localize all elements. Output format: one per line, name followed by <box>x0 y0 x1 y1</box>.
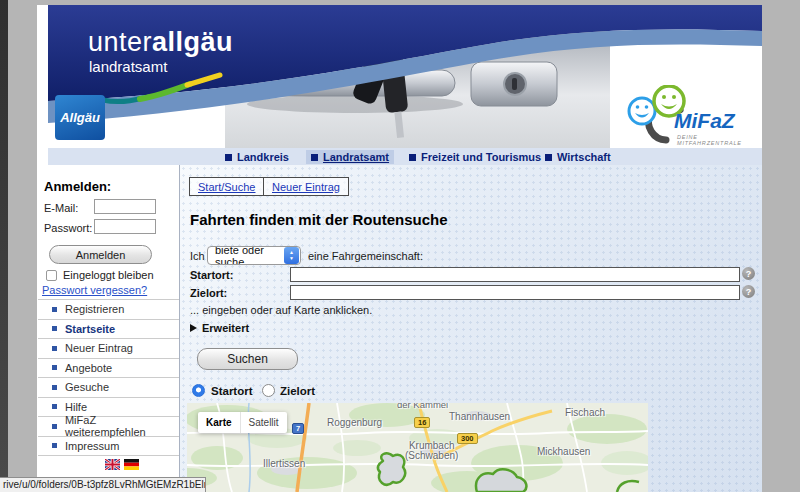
allgau-badge-label: Allgäu <box>60 110 100 125</box>
nav-item-landratsamt[interactable]: Landratsamt <box>306 150 394 164</box>
destination-input[interactable] <box>290 285 740 300</box>
nav-item-freizeit-tourismus[interactable]: Freizeit und Tourismus <box>404 150 546 164</box>
square-bullet-icon <box>52 365 57 370</box>
nav-label: Freizeit und Tourismus <box>421 151 541 163</box>
forgot-password-link[interactable]: Passwort vergessen? <box>42 284 147 296</box>
logo-title-thin: unter <box>88 27 152 57</box>
sidebar-item-startseite[interactable]: Startseite <box>38 320 179 340</box>
sidebar-item-label: Angebote <box>65 362 112 374</box>
map-label-roggenburg: Roggenburg <box>327 418 382 428</box>
stay-logged-in-checkbox[interactable] <box>46 270 57 281</box>
square-bullet-icon <box>545 154 552 161</box>
nav-item-landkreis[interactable]: Landkreis <box>220 150 294 164</box>
square-bullet-icon <box>311 154 318 161</box>
radio-startort-label: Startort <box>211 385 253 397</box>
mifaz-wordmark: MiFaZ <box>674 109 735 133</box>
email-field[interactable] <box>94 199 156 214</box>
route-map[interactable]: der Kammel Roggenburg Thannhausen Fischa… <box>187 403 648 492</box>
advanced-expander-label: Erweitert <box>202 322 249 334</box>
page-title: Fahrten finden mit der Routensuche <box>190 211 448 228</box>
password-label: Passwort: <box>44 222 92 234</box>
select-stepper-icon: ▲▼ <box>284 247 299 264</box>
radio-startort[interactable] <box>192 384 205 397</box>
map-label-fischach: Fischach <box>565 408 605 418</box>
square-bullet-icon <box>52 443 57 448</box>
sidebar: Anmelden: E-Mail: Passwort: Anmelden Ein… <box>37 165 180 492</box>
german-flag-icon[interactable] <box>124 459 139 470</box>
sentence-prefix: Ich <box>190 250 205 262</box>
main-navigation: Landkreis Landratsamt Freizeit und Touri… <box>48 148 762 165</box>
destination-label: Zielort: <box>190 287 227 299</box>
square-bullet-icon <box>52 404 57 409</box>
radio-zielort[interactable] <box>262 384 275 397</box>
sidebar-item-label: Registrieren <box>65 303 124 315</box>
square-bullet-icon <box>52 385 57 390</box>
email-label: E-Mail: <box>44 202 78 214</box>
tab-start-suche[interactable]: Start/Suche <box>189 177 264 196</box>
map-type-satellit[interactable]: Satellit <box>241 412 287 433</box>
square-bullet-icon <box>225 154 232 161</box>
road-shield-b300: 300 <box>457 433 478 444</box>
sidebar-item-label: Impressum <box>65 440 119 452</box>
square-bullet-icon <box>409 154 416 161</box>
sidebar-item-label: Gesuche <box>65 381 109 393</box>
webpage: unterallgäu landratsamt Allgäu MiFaZ DEI… <box>37 5 762 492</box>
start-input[interactable] <box>290 267 740 282</box>
browser-status-url: rive/u/0/folders/0B-t3pfz8LvRhMGtEMzR1bE… <box>0 477 206 492</box>
mode-select[interactable]: biete oder suche ▲▼ <box>207 246 301 265</box>
nav-label: Landkreis <box>237 151 289 163</box>
map-label-illertissen: Illertissen <box>263 459 305 469</box>
map-type-karte[interactable]: Karte <box>198 412 240 433</box>
sidebar-item-gesuche[interactable]: Gesuche <box>38 378 179 398</box>
language-switcher <box>105 459 139 470</box>
sidebar-item-label: Startseite <box>65 323 115 335</box>
sidebar-item-impressum[interactable]: Impressum <box>38 437 179 457</box>
password-field[interactable] <box>94 219 156 234</box>
sidebar-item-angebote[interactable]: Angebote <box>38 359 179 379</box>
square-bullet-icon <box>52 307 57 312</box>
road-shield-b16: 16 <box>414 417 430 428</box>
login-button-label: Anmelden <box>76 249 126 261</box>
sidebar-item-mifaz-weiterempfehlen[interactable]: MiFaZ weiterempfehlen <box>38 417 179 437</box>
logo-title-bold: allgäu <box>152 27 233 57</box>
tab-label: Neuer Eintrag <box>272 181 340 193</box>
login-title: Anmelden: <box>44 179 111 194</box>
road-shield-a7: 7 <box>292 423 304 434</box>
square-bullet-icon <box>52 326 57 331</box>
sentence-suffix: eine Fahrgemeinschaft: <box>308 250 423 262</box>
map-label-krumbach: Krumbach (Schwaben) <box>405 441 458 461</box>
browser-viewport: unterallgäu landratsamt Allgäu MiFaZ DEI… <box>0 0 800 492</box>
mifaz-tagline: DEINE MITFAHRZENTRALE <box>677 134 757 146</box>
login-button[interactable]: Anmelden <box>49 245 152 264</box>
radio-zielort-label: Zielort <box>280 385 315 397</box>
tab-neuer-eintrag[interactable]: Neuer Eintrag <box>263 177 349 196</box>
square-bullet-icon <box>52 346 57 351</box>
help-icon[interactable]: ? <box>742 267 755 280</box>
sidebar-item-label: Neuer Eintrag <box>65 342 133 354</box>
map-label-der-kammel: der Kammel <box>397 403 448 410</box>
help-icon[interactable]: ? <box>742 285 755 298</box>
sidebar-item-label: Hilfe <box>65 401 87 413</box>
uk-flag-icon[interactable] <box>105 459 120 470</box>
tab-label: Start/Suche <box>198 181 255 193</box>
nav-item-wirtschaft[interactable]: Wirtschaft <box>540 150 616 164</box>
mifaz-logo[interactable]: MiFaZ DEINE MITFAHRZENTRALE <box>620 85 757 148</box>
nav-label: Wirtschaft <box>557 151 611 163</box>
nav-label: Landratsamt <box>323 151 389 163</box>
map-label-mickhausen: Mickhausen <box>537 447 590 457</box>
sidebar-item-neuer-eintrag[interactable]: Neuer Eintrag <box>38 339 179 359</box>
blue-smiley-icon <box>629 98 655 124</box>
sidebar-menu: Registrieren Startseite Neuer Eintrag An… <box>38 299 179 456</box>
right-triangle-icon <box>190 324 197 332</box>
sidebar-item-registrieren[interactable]: Registrieren <box>38 300 179 320</box>
advanced-expander[interactable]: Erweitert <box>190 322 249 334</box>
sidebar-item-label: MiFaZ weiterempfehlen <box>65 414 179 438</box>
map-label-thannhausen: Thannhausen <box>449 412 510 422</box>
search-button-label: Suchen <box>227 352 268 366</box>
mode-select-value: biete oder suche <box>208 246 284 265</box>
allgau-region-logo[interactable]: Allgäu <box>55 95 105 140</box>
square-bullet-icon <box>52 424 57 429</box>
search-button[interactable]: Suchen <box>197 348 298 370</box>
window-edge <box>0 0 8 492</box>
start-label: Startort: <box>190 269 233 281</box>
